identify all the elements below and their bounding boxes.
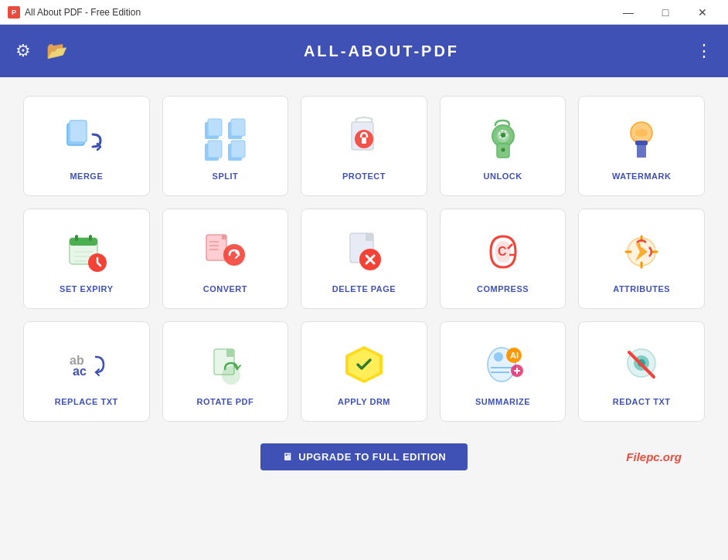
delete-page-icon <box>339 227 389 277</box>
merge-label: MERGE <box>70 171 103 181</box>
card-split[interactable]: SPLIT <box>162 96 289 196</box>
protect-icon <box>339 114 389 164</box>
svg-point-18 <box>501 148 505 152</box>
app-icon: P <box>8 6 20 19</box>
rotate-pdf-label: ROTATE PDF <box>197 397 254 406</box>
svg-rect-22 <box>637 144 646 158</box>
svg-rect-12 <box>362 137 366 144</box>
app-title: ALL-ABOUT-PDF <box>67 42 696 60</box>
apply-drm-icon <box>339 340 389 389</box>
card-set-expiry[interactable]: SET EXPIRY <box>23 209 150 309</box>
svg-rect-9 <box>231 141 245 158</box>
card-compress[interactable]: C COMPRESS <box>440 209 566 309</box>
split-icon <box>200 114 250 164</box>
merge-icon <box>62 114 111 164</box>
card-summarize[interactable]: AI SUMMARIZE <box>440 321 566 422</box>
title-bar: P All About PDF - Free Edition — □ ✕ <box>0 0 728 25</box>
upgrade-icon: 🖥 <box>282 451 293 463</box>
settings-icon[interactable]: ⚙ <box>15 41 31 61</box>
unlock-label: UNLOCK <box>484 171 522 181</box>
compress-icon: C <box>478 227 528 277</box>
summarize-label: SUMMARIZE <box>475 397 530 406</box>
attributes-label: ATTRIBUTES <box>613 284 670 294</box>
card-unlock[interactable]: UNLOCK <box>440 96 566 196</box>
compress-label: COMPRESS <box>477 284 529 294</box>
svg-rect-26 <box>89 235 92 241</box>
card-convert[interactable]: CONVERT <box>162 209 289 309</box>
card-rotate-pdf[interactable]: ROTATE PDF <box>162 321 289 422</box>
card-watermark[interactable]: WATERMARK <box>578 96 705 196</box>
summarize-icon: AI <box>478 340 528 389</box>
svg-rect-1 <box>70 120 87 142</box>
svg-text:C: C <box>498 245 507 258</box>
watermark-label: WATERMARK <box>612 171 671 181</box>
protect-label: PROTECT <box>342 171 386 181</box>
upgrade-button[interactable]: 🖥 UPGRADE TO FULL EDITION <box>260 443 468 470</box>
maximize-button[interactable]: □ <box>648 0 683 25</box>
title-bar-text: All About PDF - Free Edition <box>25 7 611 18</box>
card-replace-txt[interactable]: ab ac REPLACE TXT <box>23 321 150 422</box>
card-merge[interactable]: MERGE <box>23 96 150 196</box>
unlock-icon <box>478 114 528 164</box>
watermark-icon <box>617 114 666 164</box>
convert-label: CONVERT <box>203 284 247 294</box>
attributes-icon <box>617 227 666 277</box>
upgrade-label: UPGRADE TO FULL EDITION <box>298 451 446 463</box>
svg-text:AI: AI <box>510 351 519 360</box>
redact-txt-icon <box>617 340 666 389</box>
tools-grid: MERGE SPLIT PROTECT UNLOCK <box>23 96 705 422</box>
header-left: ⚙ 📂 <box>15 41 67 61</box>
svg-text:ac: ac <box>73 365 87 378</box>
minimize-button[interactable]: — <box>611 0 646 25</box>
convert-icon <box>200 227 250 277</box>
replace-txt-label: REPLACE TXT <box>55 397 118 406</box>
close-button[interactable]: ✕ <box>685 0 720 25</box>
svg-rect-7 <box>208 141 222 158</box>
card-apply-drm[interactable]: APPLY DRM <box>301 321 427 422</box>
svg-rect-25 <box>75 235 78 241</box>
svg-point-34 <box>223 244 245 266</box>
main-content: MERGE SPLIT PROTECT UNLOCK <box>0 77 728 560</box>
set-expiry-label: SET EXPIRY <box>60 284 113 294</box>
svg-rect-24 <box>70 238 97 246</box>
bottom-bar: 🖥 UPGRADE TO FULL EDITION Filepc.org <box>23 436 705 478</box>
svg-point-20 <box>635 129 648 137</box>
card-protect[interactable]: PROTECT <box>301 96 427 196</box>
card-delete-page[interactable]: DELETE PAGE <box>301 209 427 309</box>
split-label: SPLIT <box>213 171 239 181</box>
card-attributes[interactable]: ATTRIBUTES <box>578 209 705 309</box>
window-controls: — □ ✕ <box>611 0 720 25</box>
replace-txt-icon: ab ac <box>62 340 111 389</box>
set-expiry-icon <box>62 227 111 277</box>
filepc-link[interactable]: Filepc.org <box>626 450 682 463</box>
rotate-pdf-icon <box>200 340 250 389</box>
redact-txt-label: REDACT TXT <box>613 397 671 406</box>
open-folder-icon[interactable]: 📂 <box>46 41 67 61</box>
more-menu-icon[interactable]: ⋮ <box>696 41 713 61</box>
card-redact-txt[interactable]: REDACT TXT <box>578 321 705 422</box>
svg-rect-3 <box>208 119 222 136</box>
delete-page-label: DELETE PAGE <box>332 284 396 294</box>
svg-point-15 <box>501 133 505 137</box>
svg-rect-5 <box>231 119 245 136</box>
apply-drm-label: APPLY DRM <box>338 397 390 406</box>
svg-point-58 <box>494 352 503 361</box>
app-header: ⚙ 📂 ALL-ABOUT-PDF ⋮ <box>0 25 728 77</box>
